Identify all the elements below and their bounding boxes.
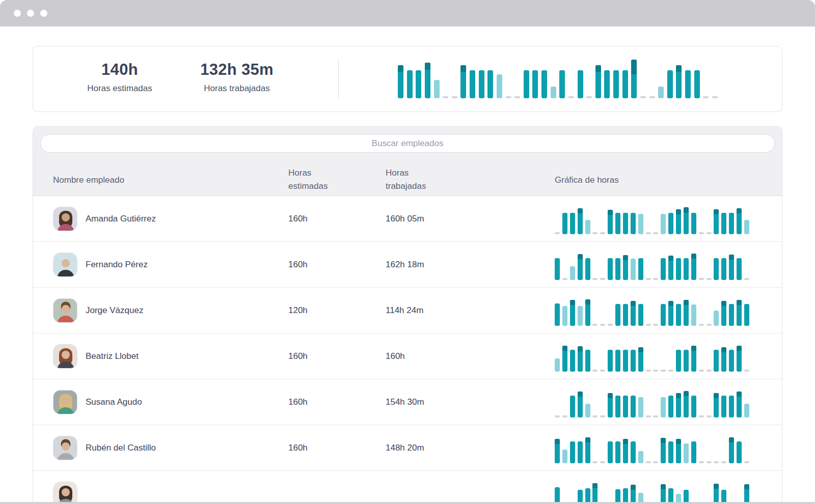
table-row[interactable]: Beatriz Llobet 160h 160h: [33, 333, 782, 379]
hours-chart: [555, 436, 749, 463]
day-bar: [425, 63, 430, 98]
day-bar: [661, 397, 666, 417]
employee-name: Jorge Vázquez: [86, 288, 143, 333]
worked-hours: 160h 05m: [386, 196, 424, 242]
day-bar: [638, 214, 643, 234]
day-bar: [562, 450, 567, 463]
day-bar: [585, 258, 590, 280]
avatar: [53, 482, 77, 504]
window-control-close[interactable]: [14, 10, 21, 17]
day-bar: [714, 209, 719, 234]
overtime-cap: [585, 437, 590, 442]
day-bar: [570, 350, 575, 372]
day-bar: [684, 300, 689, 326]
overtime-cap: [691, 254, 696, 259]
table-row[interactable]: Rubén del Castillo 160h 148h 20m: [33, 425, 782, 471]
overtime-cap: [661, 438, 666, 443]
overtime-cap: [631, 301, 636, 306]
day-bar: [615, 396, 620, 417]
no-work-dash: [586, 96, 592, 98]
no-work-dash: [653, 370, 658, 372]
day-bar: [631, 350, 636, 372]
avatar: [53, 253, 77, 277]
overtime-cap: [676, 65, 682, 72]
day-bar: [416, 70, 421, 98]
day-bar: [434, 80, 440, 98]
day-bar: [691, 254, 696, 280]
overtime-cap: [398, 65, 403, 72]
no-work-dash: [646, 232, 651, 234]
day-bar: [744, 304, 749, 326]
no-work-dash: [592, 278, 597, 280]
day-bar: [623, 439, 628, 463]
day-bar: [721, 301, 726, 326]
overtime-cap: [744, 484, 749, 489]
no-work-dash: [707, 278, 712, 280]
day-bar: [578, 208, 583, 234]
overtime-cap: [578, 254, 583, 259]
no-work-dash: [744, 461, 749, 463]
overtime-cap: [585, 299, 590, 304]
avatar: [53, 298, 77, 323]
app-window: 140h Horas estimadas 132h 35m Horas trab…: [0, 0, 815, 504]
day-bar: [585, 220, 590, 234]
day-bar: [676, 65, 682, 98]
no-work-dash: [707, 324, 712, 326]
overtime-cap: [578, 391, 583, 397]
summary-chart: [398, 60, 718, 98]
table-row[interactable]: [33, 471, 782, 504]
window-titlebar: [0, 0, 815, 26]
day-bar: [570, 266, 575, 280]
day-bar: [631, 485, 636, 504]
window-control-maximize[interactable]: [40, 10, 47, 17]
day-bar: [714, 484, 719, 504]
day-bar: [684, 207, 689, 234]
column-header-chart: Gráfica de horas: [555, 174, 619, 187]
day-bar: [744, 484, 749, 504]
overtime-cap: [555, 439, 560, 444]
day-bar: [676, 393, 681, 417]
day-bar: [623, 255, 628, 280]
table-row[interactable]: Amanda Gutiérrez 160h 160h 05m: [33, 196, 782, 242]
no-work-dash: [649, 96, 655, 98]
avatar-image: [53, 436, 77, 460]
day-bar: [631, 441, 636, 463]
overtime-cap: [562, 346, 567, 351]
employees-table-card: Nombre empleado Horas estimadas Horas tr…: [33, 126, 782, 504]
avatar-image: [53, 482, 77, 504]
day-bar: [398, 65, 403, 98]
no-work-dash: [699, 324, 704, 326]
no-work-dash: [707, 370, 712, 372]
no-work-dash: [592, 370, 597, 372]
table-row[interactable]: Jorge Vázquez 120h 114h 24m: [33, 288, 782, 333]
overtime-cap: [729, 437, 734, 442]
estimated-hours: 160h: [288, 379, 308, 425]
day-bar: [578, 346, 583, 372]
employee-name: Beatriz Llobet: [86, 333, 139, 379]
no-work-dash: [608, 324, 613, 326]
window-control-minimize[interactable]: [27, 10, 34, 17]
day-bar: [661, 438, 666, 463]
day-bar: [714, 311, 719, 326]
no-work-dash: [653, 461, 658, 463]
table-row[interactable]: Fernando Pérez 160h 162h 18m: [33, 242, 782, 288]
day-bar: [691, 304, 696, 326]
day-bar: [562, 213, 567, 234]
day-bar: [714, 350, 719, 372]
day-bar: [604, 70, 610, 98]
day-bar: [691, 441, 696, 463]
day-bar: [729, 396, 734, 417]
day-bar: [737, 441, 742, 463]
day-bar: [570, 396, 575, 417]
no-work-dash: [699, 415, 704, 417]
day-bar: [694, 70, 700, 98]
overtime-cap: [578, 208, 583, 213]
no-work-dash: [699, 278, 704, 280]
search-input[interactable]: [40, 134, 775, 153]
day-bar: [729, 255, 734, 280]
overtime-cap: [676, 209, 681, 214]
no-work-dash: [703, 96, 709, 98]
day-bar: [578, 306, 583, 326]
table-row[interactable]: Susana Agudo 160h 154h 30m: [33, 379, 782, 425]
overtime-cap: [691, 346, 696, 351]
